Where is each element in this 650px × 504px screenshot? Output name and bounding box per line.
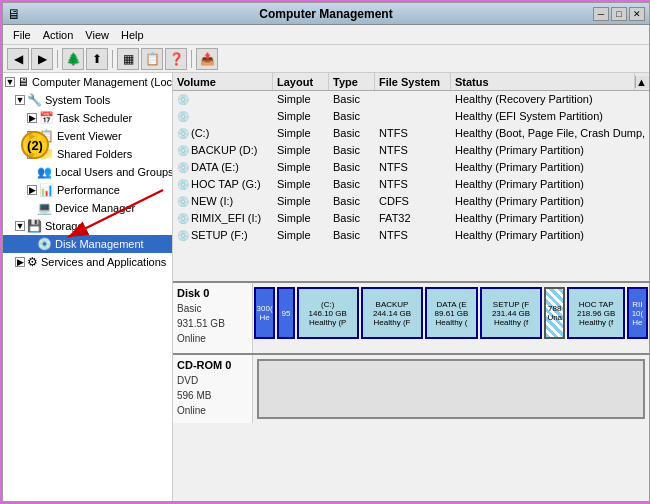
performance-icon: 📊	[39, 183, 54, 197]
table-row[interactable]: 💿 HOC TAP (G:) Simple Basic NTFS Healthy…	[173, 176, 649, 193]
toolbar: ◀ ▶ 🌲 ⬆ ▦ 📋 ❓ 📤	[3, 45, 649, 73]
tree-local-users[interactable]: 👥 Local Users and Groups	[3, 163, 172, 181]
row8-type: Basic	[329, 210, 375, 226]
partition-c[interactable]: (C:) 146.10 GB Healthy (P	[297, 287, 359, 339]
disk0-status: Online	[177, 333, 248, 344]
task-scheduler-icon: 📅	[39, 111, 54, 125]
partition-hoctap-label2: 218.96 GB	[577, 309, 615, 318]
toolbar-separator-3	[191, 50, 192, 68]
forward-button[interactable]: ▶	[31, 48, 53, 70]
minimize-button[interactable]: ─	[593, 7, 609, 21]
back-button[interactable]: ◀	[7, 48, 29, 70]
row2-type: Basic	[329, 108, 375, 124]
expand-icon-system-tools[interactable]: ▼	[15, 95, 25, 105]
col-volume[interactable]: Volume	[173, 73, 273, 90]
close-button[interactable]: ✕	[629, 7, 645, 21]
row4-layout: Simple	[273, 142, 329, 158]
disk0-type: Basic	[177, 303, 248, 314]
table-row[interactable]: 💿 DATA (E:) Simple Basic NTFS Healthy (P…	[173, 159, 649, 176]
partition-hoctap-label1: HOC TAP	[579, 300, 614, 309]
expand-icon-services[interactable]: ▶	[15, 257, 25, 267]
row7-volume-icon: 💿	[177, 196, 189, 207]
partition-setup-label3: Healthy (f	[494, 318, 528, 327]
tree-storage[interactable]: ▼ 💾 Storage	[3, 217, 172, 235]
partition-c-label3: Healthy (P	[309, 318, 346, 327]
row4-fs: NTFS	[375, 142, 451, 158]
tree-performance[interactable]: ▶ 📊 Performance	[3, 181, 172, 199]
partition-rii-label3: He	[632, 318, 642, 327]
menu-help[interactable]: Help	[115, 28, 150, 42]
partition-backup-label2: 244.14 GB	[373, 309, 411, 318]
main-content: ▼ 🖥 Computer Management (Local) ▼ 🔧 Syst…	[3, 73, 649, 501]
col-layout[interactable]: Layout	[273, 73, 329, 90]
tree-system-tools[interactable]: ▼ 🔧 System Tools	[3, 91, 172, 109]
row7-volume: NEW (I:)	[191, 195, 233, 207]
cdrom-label: CD-ROM 0	[177, 359, 248, 371]
table-row[interactable]: 💿 BACKUP (D:) Simple Basic NTFS Healthy …	[173, 142, 649, 159]
menu-view[interactable]: View	[79, 28, 115, 42]
table-row[interactable]: 💿 (C:) Simple Basic NTFS Healthy (Boot, …	[173, 125, 649, 142]
maximize-button[interactable]: □	[611, 7, 627, 21]
tree-task-scheduler[interactable]: ▶ 📅 Task Scheduler	[3, 109, 172, 127]
table-row[interactable]: 💿 RIMIX_EFI (I:) Simple Basic FAT32 Heal…	[173, 210, 649, 227]
partition-hoctap[interactable]: HOC TAP 218.96 GB Healthy (f	[567, 287, 625, 339]
partition-95-label: 95	[281, 309, 290, 318]
table-row[interactable]: 💿 NEW (I:) Simple Basic CDFS Healthy (Pr…	[173, 193, 649, 210]
col-type[interactable]: Type	[329, 73, 375, 90]
partition-backup-label1: BACKUP	[376, 300, 409, 309]
services-icon: ⚙	[27, 255, 38, 269]
table-row[interactable]: 💿 Simple Basic Healthy (Recovery Partiti…	[173, 91, 649, 108]
row9-status: Healthy (Primary Partition)	[451, 227, 649, 243]
row8-layout: Simple	[273, 210, 329, 226]
disk0-info: Disk 0 Basic 931.51 GB Online	[173, 283, 253, 353]
partition-rii-label2: 10(	[632, 309, 644, 318]
event-viewer-label: Event Viewer	[57, 130, 122, 142]
show-hide-console-tree[interactable]: 🌲	[62, 48, 84, 70]
partition-setup[interactable]: SETUP (F 231.44 GB Healthy (f	[480, 287, 542, 339]
cdrom-status: Online	[177, 405, 248, 416]
partition-setup-label2: 231.44 GB	[492, 309, 530, 318]
cdrom-size: 596 MB	[177, 390, 248, 401]
help-button-toolbar[interactable]: ❓	[165, 48, 187, 70]
partition-setup-label1: SETUP (F	[493, 300, 529, 309]
row5-fs: NTFS	[375, 159, 451, 175]
expand-icon-task-scheduler[interactable]: ▶	[27, 113, 37, 123]
tree-device-manager[interactable]: 💻 Device Manager	[3, 199, 172, 217]
col-filesystem[interactable]: File System	[375, 73, 451, 90]
table-scroll-up[interactable]: ▲	[635, 76, 649, 88]
partition-300[interactable]: 300( He	[254, 287, 275, 339]
tree-root[interactable]: ▼ 🖥 Computer Management (Local)	[3, 73, 172, 91]
title-bar: 🖥 Computer Management ─ □ ✕	[3, 3, 649, 25]
cdrom-partition[interactable]	[257, 359, 645, 419]
shared-folders-label: Shared Folders	[57, 148, 132, 160]
partition-backup[interactable]: BACKUP 244.14 GB Healthy (F	[361, 287, 423, 339]
menu-action[interactable]: Action	[37, 28, 80, 42]
up-one-level[interactable]: ⬆	[86, 48, 108, 70]
performance-label: Performance	[57, 184, 120, 196]
properties-button[interactable]: 📋	[141, 48, 163, 70]
partition-95[interactable]: 95	[277, 287, 294, 339]
partition-rii[interactable]: RII 10( He	[627, 287, 648, 339]
partition-unallocated[interactable]: 788 Una	[544, 287, 565, 339]
cdrom-row: CD-ROM 0 DVD 596 MB Online	[173, 355, 649, 423]
partition-data[interactable]: DATA (E 89.61 GB Healthy (	[425, 287, 478, 339]
row4-status: Healthy (Primary Partition)	[451, 142, 649, 158]
cdrom-type: DVD	[177, 375, 248, 386]
expand-icon-performance[interactable]: ▶	[27, 185, 37, 195]
table-row[interactable]: 💿 Simple Basic Healthy (EFI System Parti…	[173, 108, 649, 125]
expand-icon-root[interactable]: ▼	[5, 77, 15, 87]
tree-disk-management[interactable]: 💿 Disk Management	[3, 235, 172, 253]
menu-file[interactable]: File	[7, 28, 37, 42]
volume-table: Volume Layout Type File System Status ▲ …	[173, 73, 649, 283]
tree-services[interactable]: ▶ ⚙ Services and Applications	[3, 253, 172, 271]
export-button[interactable]: 📤	[196, 48, 218, 70]
local-users-label: Local Users and Groups	[55, 166, 173, 178]
device-manager-icon: 💻	[37, 201, 52, 215]
col-status[interactable]: Status	[451, 73, 635, 90]
expand-icon-storage[interactable]: ▼	[15, 221, 25, 231]
right-outer-panel: Volume Layout Type File System Status ▲ …	[173, 73, 649, 501]
table-row[interactable]: 💿 SETUP (F:) Simple Basic NTFS Healthy (…	[173, 227, 649, 244]
show-hide-action-pane[interactable]: ▦	[117, 48, 139, 70]
row7-fs: CDFS	[375, 193, 451, 209]
disk-management-icon: 💿	[37, 237, 52, 251]
